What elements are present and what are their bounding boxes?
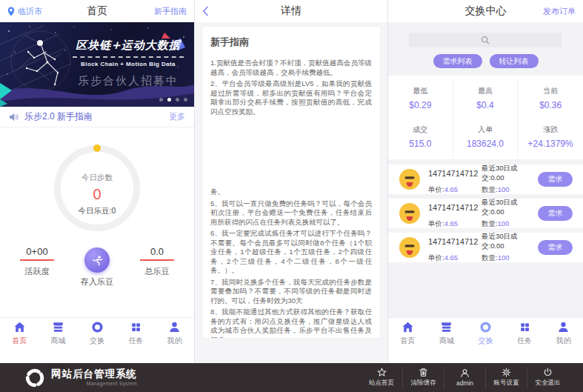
stat-current: 当前 $0.36 — [518, 79, 583, 118]
home-bottom-stats: 0+00 活跃度 存入乐豆 0.0 总乐豆 — [0, 246, 194, 290]
order-quantity: 数量:100 — [482, 253, 538, 263]
stat-label: 当前 — [543, 86, 558, 96]
steps-value: 0 — [93, 186, 101, 203]
admin-footer-nav: 站点首页 清除缓存 admin 账号设置 安全退出 — [361, 367, 568, 389]
publish-order-link[interactable]: 发布订单 — [543, 0, 576, 22]
article-paragraph: 7、我同时兑换多个任务，我每天完成的任务步数是需要叠加吗？不需要，不同等级的任务… — [210, 278, 372, 306]
order-price: 单价:4.65 — [428, 253, 480, 263]
stat-label: 成交 — [413, 124, 427, 135]
footer-item-label: 安全退出 — [536, 379, 561, 388]
demand-list-button[interactable]: 需求列表 — [433, 54, 482, 68]
order-recent-volume: 最近30日成交:0.00 — [482, 164, 538, 183]
exchange-header: 交换中心 发布订单 — [388, 0, 583, 22]
ticker-text[interactable]: 乐步2.0 新手指南 — [24, 110, 93, 123]
carousel-dot[interactable] — [176, 98, 179, 102]
stat-orders: 入单 183624.0 — [453, 118, 519, 156]
promo-banner-carousel[interactable]: 区块链+运动大数据 Block Chain + Motion Big Data … — [0, 22, 194, 107]
tab-mine[interactable]: 我的 — [544, 318, 583, 349]
home-icon — [13, 321, 26, 333]
exchange-ring-icon — [479, 321, 492, 333]
trash-icon — [419, 368, 428, 377]
clear-cache-item[interactable]: 清除缓存 — [402, 367, 444, 389]
footer-item-label: 账号设置 — [494, 379, 519, 388]
ticker-more-link[interactable]: 更多 — [169, 111, 185, 122]
tab-exchange[interactable]: 交换 — [78, 318, 116, 349]
detail-header: 详情 — [195, 0, 387, 22]
carousel-dots[interactable] — [159, 98, 187, 102]
footer-item-label: admin — [456, 379, 473, 387]
tasks-grid-icon — [519, 321, 531, 333]
demand-action-button[interactable]: 需求 — [538, 240, 573, 255]
order-quantity: 数量:100 — [482, 219, 538, 229]
footer-item-label: 站点首页 — [369, 379, 394, 388]
ring-progress-dot — [93, 144, 101, 152]
tab-tasks[interactable]: 任务 — [116, 318, 155, 349]
search-input[interactable] — [409, 33, 562, 47]
order-row[interactable]: 14714714712 最近30日成交:0.00 单价:4.65 数量:100 … — [388, 233, 583, 262]
avatar — [399, 169, 420, 190]
order-row[interactable]: 14714714712 最近30日成交:0.00 单价:4.65 数量:100 … — [388, 199, 583, 228]
carousel-dot[interactable] — [159, 98, 163, 102]
stat-volume: 成交 515.0 — [388, 118, 453, 156]
admin-preview-screen: 临沂市 首页 新手指南 — [0, 0, 583, 392]
stat-change: 涨跌 +24.1379% — [518, 118, 583, 156]
back-button[interactable] — [202, 0, 209, 22]
site-home-item[interactable]: 站点首页 — [361, 367, 402, 389]
safe-logout-item[interactable]: 安全退出 — [527, 367, 568, 389]
carousel-dot[interactable] — [184, 98, 187, 102]
tab-label: 任务 — [128, 336, 143, 346]
transfer-list-button[interactable]: 转让列表 — [490, 54, 539, 68]
admin-brand-subtitle: Management System — [51, 381, 137, 386]
tab-store[interactable]: 商城 — [39, 318, 77, 349]
tab-home[interactable]: 首页 — [0, 318, 39, 349]
user-icon — [168, 321, 181, 333]
search-icon — [481, 36, 490, 44]
article-paragraph: 8、我能不能通过其他方式获得其他的任务？获取任务的方式有：用闪点兑换任务，推广做… — [210, 308, 372, 338]
admin-brand-text: 网站后台管理系统 Management System — [51, 369, 137, 386]
demand-action-button[interactable]: 需求 — [538, 172, 573, 187]
tab-store[interactable]: 商城 — [427, 318, 467, 349]
store-icon — [52, 321, 64, 333]
stat-value: $0.36 — [539, 100, 562, 110]
speaker-icon — [9, 113, 19, 122]
tab-label: 我的 — [167, 336, 182, 346]
user-icon — [557, 321, 570, 333]
order-price: 单价:4.65 — [428, 185, 480, 195]
market-stats-card: 最低 $0.29 最高 $0.4 当前 $0.36 成交 515.0 入单 — [388, 76, 583, 159]
activity-value: 0+00 — [26, 246, 47, 257]
location-selector[interactable]: 临沂市 — [7, 0, 42, 22]
tab-tasks[interactable]: 任务 — [505, 318, 544, 349]
bottom-white-strip — [388, 348, 583, 363]
carousel-dot-active[interactable] — [167, 98, 171, 102]
stat-label: 最高 — [478, 86, 493, 96]
tab-mine[interactable]: 我的 — [156, 318, 194, 349]
admin-account-item[interactable]: admin — [444, 367, 485, 389]
article-paragraph: 务。 — [210, 187, 372, 197]
deposit-beans-button[interactable] — [84, 248, 110, 273]
power-icon — [543, 368, 553, 377]
banner-title-en: Block Chain + Motion Big Data — [65, 61, 191, 67]
article-paragraph: 5、我可以一直只做免费的任务吗？可以，每个会员初次注册，平台会赠送一个免费任务，… — [210, 199, 372, 227]
newbie-guide-link[interactable]: 新手指南 — [154, 0, 187, 22]
order-info: 14714714712 最近30日成交:0.00 单价:4.65 数量:100 — [428, 232, 538, 263]
account-settings-item[interactable]: 账号设置 — [485, 367, 527, 389]
demand-action-button[interactable]: 需求 — [538, 206, 573, 221]
tab-home[interactable]: 首页 — [388, 318, 427, 349]
red-underline — [140, 259, 174, 261]
gear-icon — [502, 368, 511, 377]
activity-label: 活跃度 — [25, 266, 50, 277]
order-phone: 14714714712 — [428, 237, 480, 246]
total-beans-stat: 0.0 总乐豆 — [126, 246, 188, 277]
stat-value: 515.0 — [409, 139, 431, 149]
order-phone: 14714714712 — [428, 169, 480, 178]
tab-label: 交换 — [90, 336, 104, 346]
tab-exchange[interactable]: 交换 — [466, 318, 505, 349]
activity-stat: 0+00 活跃度 — [6, 246, 68, 277]
steps-progress-ring: 今日步数 0 今日乐豆:0 — [54, 145, 140, 231]
news-ticker[interactable]: 乐步2.0 新手指南 更多 — [0, 107, 194, 127]
home-title: 首页 — [87, 4, 107, 18]
banner-subtitle: 乐步合伙人招募中 — [65, 74, 191, 88]
order-row[interactable]: 14714714712 最近30日成交:0.00 单价:4.65 数量:100 … — [388, 165, 583, 194]
today-beans-label: 今日乐豆:0 — [79, 206, 116, 216]
stat-value: +24.1379% — [528, 139, 573, 149]
